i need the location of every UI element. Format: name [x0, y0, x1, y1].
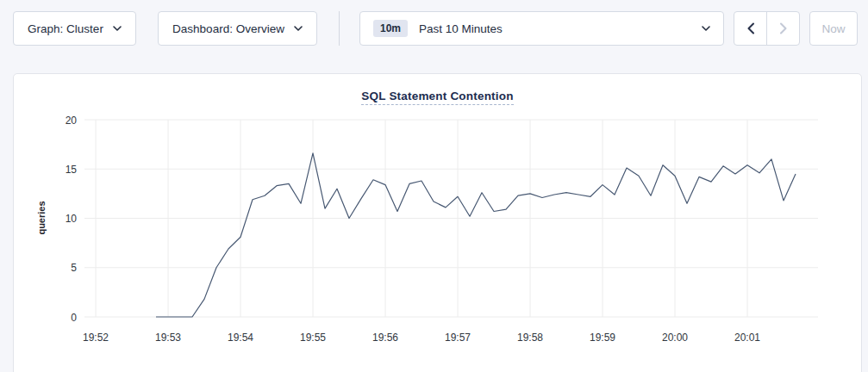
x-tick-label: 19:56: [372, 332, 398, 344]
time-next-button[interactable]: [766, 12, 799, 45]
x-tick-label: 19:54: [228, 332, 253, 344]
x-tick-label: 20:00: [662, 332, 688, 344]
time-window-dropdown[interactable]: 10m Past 10 Minutes: [359, 11, 724, 46]
now-button-label: Now: [821, 22, 845, 35]
y-tick-label: 0: [71, 312, 77, 324]
chevron-down-icon: [702, 26, 710, 31]
y-axis-label: queries: [36, 201, 47, 234]
contention-line: [156, 153, 796, 317]
chevron-down-icon: [113, 26, 122, 31]
dashboard-dropdown[interactable]: Dashboard: Overview: [158, 11, 317, 46]
chart-card: SQL Statement Contention 0510152019:5219…: [13, 73, 862, 372]
x-tick-label: 19:53: [155, 332, 181, 344]
chevron-down-icon: [294, 26, 303, 31]
x-tick-label: 20:01: [734, 332, 760, 344]
chevron-right-icon: [779, 22, 788, 34]
time-window-label: Past 10 Minutes: [419, 22, 503, 35]
x-tick-label: 19:59: [590, 332, 615, 344]
y-tick-label: 15: [66, 164, 78, 176]
chart-title[interactable]: SQL Statement Contention: [361, 90, 513, 105]
chevron-left-icon: [746, 22, 755, 34]
x-tick-label: 19:58: [517, 332, 543, 344]
y-tick-label: 5: [71, 262, 77, 274]
now-button[interactable]: Now: [809, 11, 858, 46]
chart-title-row: SQL Statement Contention: [14, 88, 861, 104]
x-tick-label: 19:52: [83, 332, 109, 344]
graph-dropdown[interactable]: Graph: Cluster: [13, 11, 136, 46]
contention-chart[interactable]: 0510152019:5219:5319:5419:5519:5619:5719…: [14, 104, 863, 363]
x-tick-label: 19:55: [300, 332, 326, 344]
graph-dropdown-label: Graph: Cluster: [28, 22, 103, 35]
time-nav-group: [734, 11, 800, 46]
x-tick-label: 19:57: [445, 332, 471, 344]
time-window-badge: 10m: [373, 20, 408, 37]
toolbar-divider: [339, 11, 340, 46]
time-prev-button[interactable]: [734, 12, 766, 45]
dashboard-dropdown-label: Dashboard: Overview: [172, 22, 284, 35]
y-tick-label: 20: [66, 115, 78, 127]
y-tick-label: 10: [66, 213, 78, 225]
